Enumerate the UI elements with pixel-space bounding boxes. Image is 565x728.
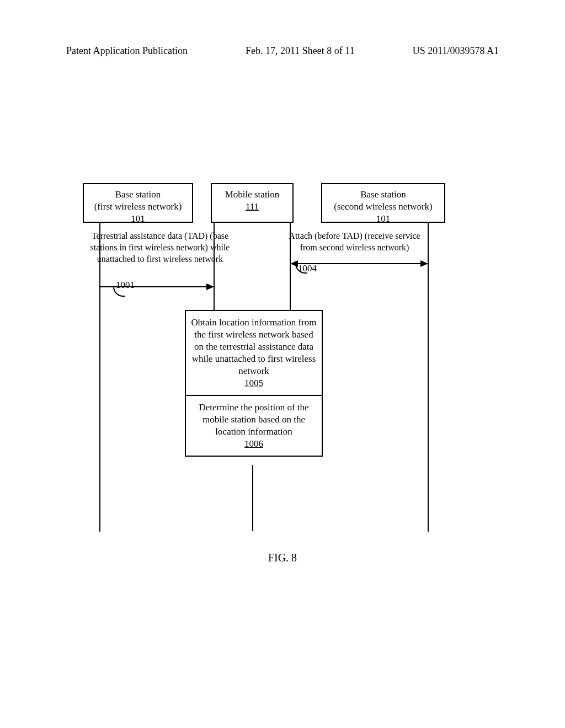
- box-left-ref: 101: [86, 213, 190, 225]
- process-1005-ref: 1005: [190, 377, 317, 389]
- box-mobile-station: Mobile station 111: [211, 183, 294, 223]
- process-1005-text: Obtain location information from the fir…: [190, 317, 317, 377]
- lifeline-mid-d: [252, 465, 253, 531]
- box-left-line1: Base station: [86, 189, 190, 201]
- box-right-line2: (second wireless network): [324, 201, 442, 213]
- box-base-station-first: Base station (first wireless network) 10…: [83, 183, 193, 223]
- arrow-attach-head-right: [420, 260, 428, 267]
- figure-label: FIG. 8: [0, 552, 565, 564]
- box-left-line2: (first wireless network): [86, 201, 190, 213]
- page-header: Patent Application Publication Feb. 17, …: [0, 45, 565, 57]
- arrow-tad-head: [206, 283, 214, 290]
- process-1006-text: Determine the position of the mobile sta…: [190, 402, 317, 438]
- message-attach: Attach (before TAD) (receive service fro…: [287, 231, 422, 254]
- sequence-diagram: Base station (first wireless network) 10…: [83, 183, 486, 547]
- process-1006: Determine the position of the mobile sta…: [185, 395, 323, 457]
- header-left: Patent Application Publication: [66, 45, 188, 57]
- box-mid-line1: Mobile station: [214, 189, 290, 201]
- box-mid-ref: 111: [214, 201, 290, 213]
- lifeline-right: [428, 223, 429, 532]
- process-1006-ref: 1006: [190, 438, 317, 450]
- callout-1004: 1004: [298, 263, 317, 274]
- box-base-station-second: Base station (second wireless network) 1…: [321, 183, 445, 223]
- message-tad: Terrestrial assistance data (TAD) (base …: [88, 231, 232, 265]
- box-right-ref: 101: [324, 213, 442, 225]
- header-center: Feb. 17, 2011 Sheet 8 of 11: [246, 45, 355, 57]
- callout-1001: 1001: [116, 280, 135, 291]
- lifeline-left: [99, 223, 100, 532]
- box-right-line1: Base station: [324, 189, 442, 201]
- header-right: US 2011/0039578 A1: [413, 45, 499, 57]
- process-1005: Obtain location information from the fir…: [185, 310, 323, 397]
